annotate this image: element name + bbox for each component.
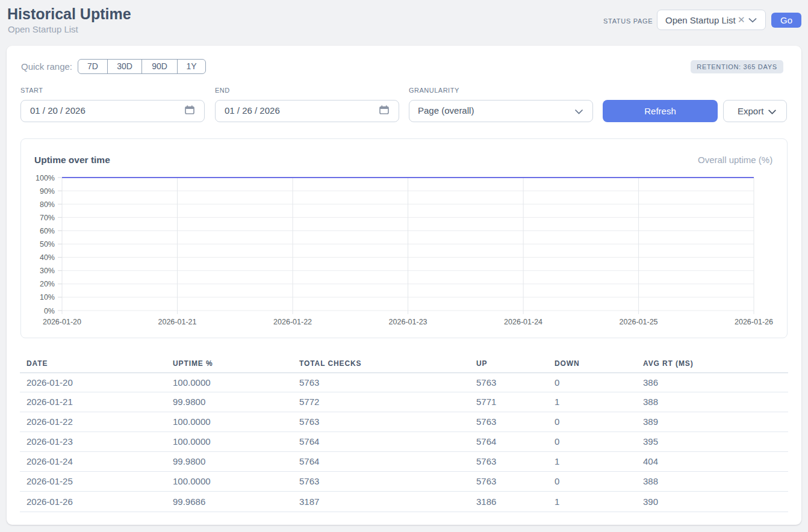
svg-text:2026-01-25: 2026-01-25 [620,318,658,326]
svg-text:2026-01-23: 2026-01-23 [389,318,427,326]
svg-text:30%: 30% [40,267,55,275]
svg-text:2026-01-22: 2026-01-22 [273,318,312,326]
svg-text:100%: 100% [36,174,55,182]
svg-text:2026-01-26: 2026-01-26 [735,318,773,326]
svg-text:70%: 70% [40,214,55,222]
svg-text:90%: 90% [40,187,55,196]
svg-text:20%: 20% [40,280,55,288]
svg-text:2026-01-24: 2026-01-24 [504,318,542,326]
svg-text:2026-01-20: 2026-01-20 [43,318,81,326]
svg-text:50%: 50% [40,240,55,249]
svg-text:60%: 60% [40,227,55,235]
svg-text:80%: 80% [40,200,55,209]
svg-text:2026-01-21: 2026-01-21 [158,318,197,326]
svg-text:10%: 10% [40,293,55,302]
svg-text:0%: 0% [44,307,55,315]
svg-text:40%: 40% [40,253,55,262]
